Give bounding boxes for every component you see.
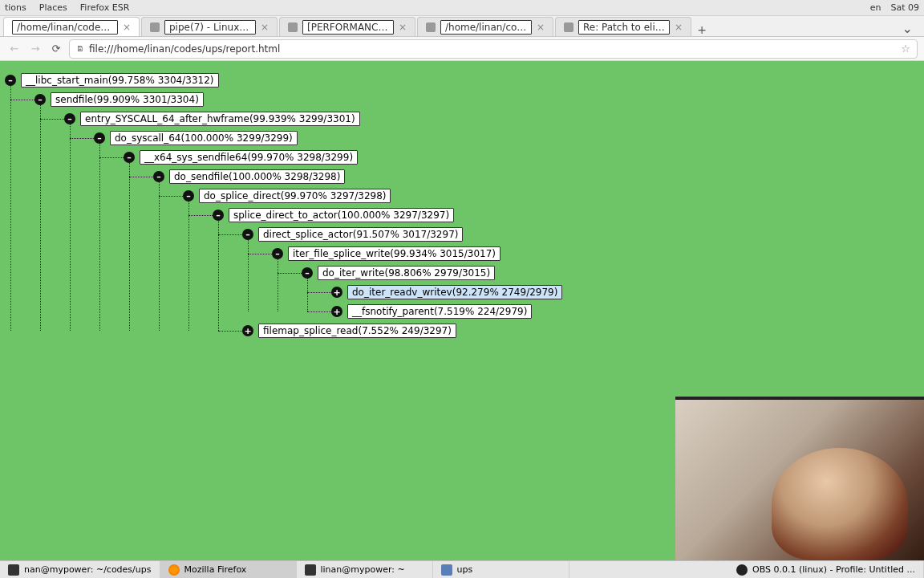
menu-item[interactable]: Places	[39, 2, 67, 13]
terminal-icon	[8, 564, 19, 576]
tree-node: + do_iter_readv_writev(92.279% 2749/2979…	[331, 283, 924, 302]
menu-item[interactable]: tions	[5, 2, 26, 13]
collapse-icon[interactable]: –	[183, 190, 194, 201]
collapse-icon[interactable]: –	[5, 75, 16, 86]
chevron-down-icon[interactable]: ⌄	[894, 21, 921, 36]
tab-label: /home/linan/codes/ups/repo	[440, 20, 532, 35]
file-icon: 🗎	[76, 44, 84, 53]
collapse-icon[interactable]: –	[153, 171, 164, 182]
close-icon[interactable]: ×	[399, 22, 407, 33]
browser-toolbar: ← → ⟳ 🗎 file:///home/linan/codes/ups/rep…	[0, 37, 924, 61]
tree-node: – __x64_sys_sendfile64(99.970% 3298/3299…	[124, 148, 924, 340]
back-button[interactable]: ←	[6, 41, 22, 57]
tree-node: – do_syscall_64(100.000% 3299/3299) – __…	[94, 128, 924, 340]
tree-node-label[interactable]: do_sendfile(100.000% 3298/3298)	[169, 169, 345, 184]
tree-node: – do_splice_direct(99.970% 3297/3298)	[183, 186, 924, 340]
tree-node: – __libc_start_main(99.758% 3304/3312) –…	[5, 71, 924, 340]
tree-node-label[interactable]: filemap_splice_read(7.552% 249/3297)	[258, 324, 456, 338]
tree-node-label[interactable]: do_iter_write(98.806% 2979/3015)	[318, 266, 495, 280]
favicon-icon	[426, 22, 436, 32]
taskbar-item-label: nan@mypower: ~/codes/ups	[24, 564, 152, 575]
tree-node-label[interactable]: do_syscall_64(100.000% 3299/3299)	[110, 131, 298, 145]
tree-node: + __fsnotify_parent(7.519% 224/2979)	[331, 302, 924, 321]
collapse-icon[interactable]: –	[213, 210, 224, 221]
tree-node: – do_sendfile(100.000% 3298/3298)	[153, 167, 924, 340]
tree-node: + filemap_splice_read(7.552% 249/3297)	[242, 321, 924, 340]
tree-node-label[interactable]: do_splice_direct(99.970% 3297/3298)	[199, 189, 391, 203]
url-text: file:///home/linan/codes/ups/report.html	[89, 43, 896, 55]
close-icon[interactable]: ×	[261, 22, 269, 33]
forward-button[interactable]: →	[27, 41, 43, 57]
tree-node: – iter_file_splice_write(99.934% 3015/30…	[272, 244, 924, 321]
collapse-icon[interactable]: –	[242, 229, 253, 240]
collapse-icon[interactable]: –	[34, 94, 46, 105]
taskbar-item-label: OBS 0.0.1 (linux) - Profile: Untitled ..…	[752, 564, 915, 575]
taskbar-item[interactable]: OBS 0.0.1 (linux) - Profile: Untitled ..…	[728, 561, 924, 578]
reload-button[interactable]: ⟳	[48, 41, 64, 57]
collapse-icon[interactable]: –	[64, 113, 75, 124]
bookmark-star-icon[interactable]: ☆	[901, 43, 910, 55]
tree-node-label[interactable]: iter_file_splice_write(99.934% 3015/3017…	[288, 246, 500, 261]
expand-icon[interactable]: +	[331, 287, 342, 298]
taskbar-item[interactable]: nan@mypower: ~/codes/ups	[0, 561, 160, 578]
favicon-icon	[288, 22, 298, 32]
browser-tabstrip: /home/linan/codes/ups/repo × pipe(7) - L…	[0, 16, 924, 37]
close-icon[interactable]: ×	[675, 22, 683, 33]
menu-item[interactable]: Firefox ESR	[80, 2, 129, 13]
taskbar-item-label: linan@mypower: ~	[321, 564, 405, 575]
collapse-icon[interactable]: –	[272, 248, 283, 259]
tree-node: – direct_splice_actor(91.507% 3017/3297)	[242, 225, 924, 321]
collapse-icon[interactable]: –	[302, 267, 313, 279]
tree-node-label[interactable]: do_iter_readv_writev(92.279% 2749/2979)	[347, 285, 562, 299]
browser-tab[interactable]: pipe(7) - Linux manual page ×	[141, 17, 278, 36]
taskbar-item[interactable]: linan@mypower: ~	[297, 561, 433, 578]
tree-node: – entry_SYSCALL_64_after_hwframe(99.939%…	[64, 109, 924, 340]
tab-label: Re: Patch to eliminate us	[578, 20, 670, 35]
tree-node-label[interactable]: splice_direct_to_actor(100.000% 3297/329…	[229, 208, 454, 222]
desktop-menubar: tions Places Firefox ESR en Sat 09	[0, 0, 924, 16]
browser-tab[interactable]: Re: Patch to eliminate us ×	[555, 17, 691, 36]
tree-node-label[interactable]: __x64_sys_sendfile64(99.970% 3298/3299)	[140, 150, 358, 165]
new-tab-button[interactable]: +	[693, 23, 711, 36]
browser-tab[interactable]: [PERFORMANCE]fs: sendfil ×	[279, 17, 415, 36]
tree-node: – do_iter_write(98.806% 2979/3015)	[302, 263, 924, 321]
call-tree: – __libc_start_main(99.758% 3304/3312) –…	[0, 61, 924, 340]
terminal-icon	[305, 564, 316, 576]
tree-node-label[interactable]: sendfile(99.909% 3301/3304)	[51, 92, 204, 107]
url-input[interactable]: 🗎 file:///home/linan/codes/ups/report.ht…	[69, 39, 918, 59]
tree-node-label[interactable]: entry_SYSCALL_64_after_hwframe(99.939% 3…	[80, 112, 360, 126]
tab-label: /home/linan/codes/ups/repo	[12, 20, 118, 35]
desktop-taskbar: nan@mypower: ~/codes/ups Mozilla Firefox…	[0, 560, 924, 578]
tree-node-label[interactable]: __fsnotify_parent(7.519% 224/2979)	[347, 304, 532, 319]
tree-node-label[interactable]: direct_splice_actor(91.507% 3017/3297)	[258, 227, 463, 242]
taskbar-item-label: Mozilla Firefox	[184, 564, 247, 575]
taskbar-item[interactable]: Mozilla Firefox	[160, 561, 297, 578]
browser-tab[interactable]: /home/linan/codes/ups/repo ×	[417, 17, 553, 36]
folder-icon	[441, 564, 452, 576]
close-icon[interactable]: ×	[537, 22, 545, 33]
clock[interactable]: Sat 09	[890, 2, 919, 13]
page-content: – __libc_start_main(99.758% 3304/3312) –…	[0, 61, 924, 560]
close-icon[interactable]: ×	[123, 22, 131, 33]
taskbar-item-label: ups	[457, 564, 473, 575]
browser-tab[interactable]: /home/linan/codes/ups/repo ×	[3, 17, 140, 36]
tree-node: – sendfile(99.909% 3301/3304) – entry_SY…	[34, 90, 924, 340]
collapse-icon[interactable]: –	[94, 132, 105, 144]
favicon-icon	[150, 22, 160, 32]
webcam-overlay	[675, 397, 924, 560]
collapse-icon[interactable]: –	[124, 152, 135, 163]
expand-icon[interactable]: +	[331, 306, 342, 317]
tree-node: – splice_direct_to_actor(100.000% 3297/3…	[213, 206, 924, 340]
tab-label: [PERFORMANCE]fs: sendfil	[302, 20, 394, 35]
tree-node-label[interactable]: __libc_start_main(99.758% 3304/3312)	[21, 73, 219, 88]
obs-icon	[736, 564, 748, 576]
expand-icon[interactable]: +	[242, 325, 253, 336]
tab-label: pipe(7) - Linux manual page	[164, 20, 256, 35]
taskbar-item[interactable]: ups	[433, 561, 569, 578]
favicon-icon	[564, 22, 573, 32]
firefox-icon	[168, 564, 180, 576]
keyboard-indicator[interactable]: en	[870, 2, 881, 13]
